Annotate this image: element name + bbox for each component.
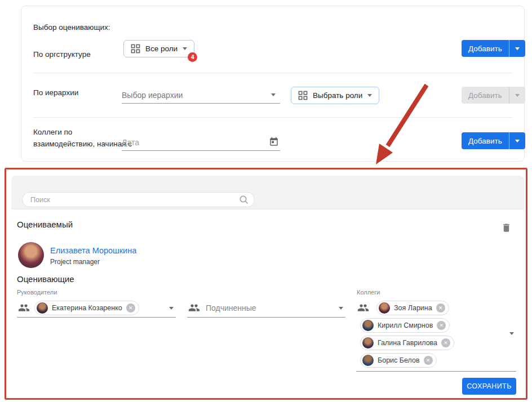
remove-chip-icon[interactable]: ✕ [437, 321, 446, 330]
search-strip [11, 176, 524, 209]
remove-chip-icon[interactable]: ✕ [441, 338, 450, 347]
chip-name: Екатерина Козаренко [52, 304, 122, 312]
section-title: Выбор оценивающих: [33, 23, 110, 32]
choose-roles-dropdown[interactable]: Выбрать роли [291, 87, 379, 104]
chevron-down-icon [271, 93, 276, 96]
chip-name: Зоя Ларина [394, 304, 432, 312]
chevron-down-icon [367, 94, 372, 97]
date-field[interactable]: Дата [122, 134, 280, 151]
all-roles-dropdown[interactable]: Все роли 4 [123, 40, 194, 57]
managers-select[interactable]: Екатерина Козаренко ✕ [17, 300, 176, 318]
chip-name: Борис Белов [378, 356, 420, 364]
group-icon [188, 302, 200, 314]
grid-icon [131, 44, 140, 53]
evaluatee-role: Project manager [50, 258, 100, 266]
evaluators-heading: Оценивающие [17, 274, 74, 284]
grid-icon [298, 91, 308, 100]
date-placeholder: Дата [122, 138, 139, 147]
group-icon [18, 302, 30, 314]
remove-chip-icon[interactable]: ✕ [126, 303, 135, 312]
save-button[interactable]: СОХРАНИТЬ [462, 378, 516, 395]
chip-avatar [362, 320, 374, 331]
colleagues-select[interactable]: Зоя Ларина ✕ Кирилл Смирнов ✕ Галина Гав… [356, 300, 516, 372]
all-roles-label: Все роли [145, 44, 178, 53]
colleagues-column-label: Коллеги [357, 289, 380, 296]
search-icon[interactable] [239, 195, 249, 204]
add-dropdown-button[interactable] [509, 132, 525, 149]
chip-avatar [37, 302, 48, 314]
add-interaction-split-button: Добавить [462, 132, 525, 149]
chip-name: Галина Гаврилова [378, 339, 437, 347]
chevron-down-icon [515, 47, 520, 50]
add-orgstructure-split-button: Добавить [462, 40, 525, 57]
add-button[interactable]: Добавить [462, 40, 509, 57]
managers-column-label: Руководители [17, 289, 57, 296]
orgstructure-label: По оргструктуре [33, 50, 91, 59]
search-input[interactable] [30, 196, 239, 204]
interaction-colleagues-label: Коллеги по взаимодействию, начиная с [33, 127, 132, 150]
chevron-down-icon[interactable] [509, 332, 514, 335]
delete-pair-button[interactable] [501, 222, 512, 233]
chip-avatar [362, 355, 374, 366]
trash-icon [501, 222, 512, 233]
colleague-chip[interactable]: Борис Белов ✕ [360, 353, 437, 368]
colleague-chip[interactable]: Кирилл Смирнов ✕ [360, 318, 450, 333]
subordinates-placeholder: Подчиненные [206, 303, 256, 312]
evaluatee-name-link[interactable]: Елизавета Морошкина [50, 246, 136, 255]
chip-name: Кирилл Смирнов [378, 321, 433, 329]
chip-avatar [362, 337, 374, 349]
remove-chip-icon[interactable]: ✕ [436, 303, 445, 312]
add-button-disabled: Добавить [462, 87, 509, 104]
hierarchy-label: По иерархии [33, 88, 78, 97]
hierarchy-select[interactable]: Выбор иерархии [122, 87, 280, 104]
chevron-down-icon[interactable] [339, 307, 343, 310]
chevron-down-icon [515, 94, 520, 97]
row-divider [33, 73, 513, 73]
hierarchy-placeholder: Выбор иерархии [122, 91, 183, 100]
add-dropdown-button-disabled [509, 87, 525, 104]
add-hierarchy-split-button: Добавить [462, 87, 525, 104]
chip-avatar [379, 302, 390, 314]
colleague-chip[interactable]: Зоя Ларина ✕ [376, 301, 449, 315]
row-divider [33, 117, 513, 118]
evaluatee-avatar [18, 242, 44, 268]
roles-count-badge: 4 [188, 52, 197, 62]
evaluatee-heading: Оцениваемый [17, 220, 73, 229]
remove-chip-icon[interactable]: ✕ [424, 356, 433, 365]
chevron-down-icon[interactable] [169, 307, 174, 310]
subordinates-select[interactable]: Подчиненные [187, 300, 345, 318]
choose-roles-label: Выбрать роли [313, 91, 362, 100]
manager-chip[interactable]: Екатерина Козаренко ✕ [34, 301, 139, 315]
colleague-chip[interactable]: Галина Гаврилова ✕ [360, 336, 454, 350]
chevron-down-icon [183, 47, 187, 50]
colleagues-chip-list: Зоя Ларина ✕ Кирилл Смирнов ✕ Галина Гав… [360, 301, 454, 368]
evaluator-selection-panel: Выбор оценивающих: По оргструктуре Все р… [21, 6, 525, 162]
pair-card-highlighted: Оцениваемый Елизавета Морошкина Project … [5, 168, 527, 400]
search-box[interactable] [22, 192, 255, 207]
calendar-icon[interactable] [269, 137, 279, 147]
chevron-down-icon [515, 140, 520, 142]
add-button[interactable]: Добавить [462, 132, 509, 149]
add-dropdown-button[interactable] [509, 40, 525, 57]
